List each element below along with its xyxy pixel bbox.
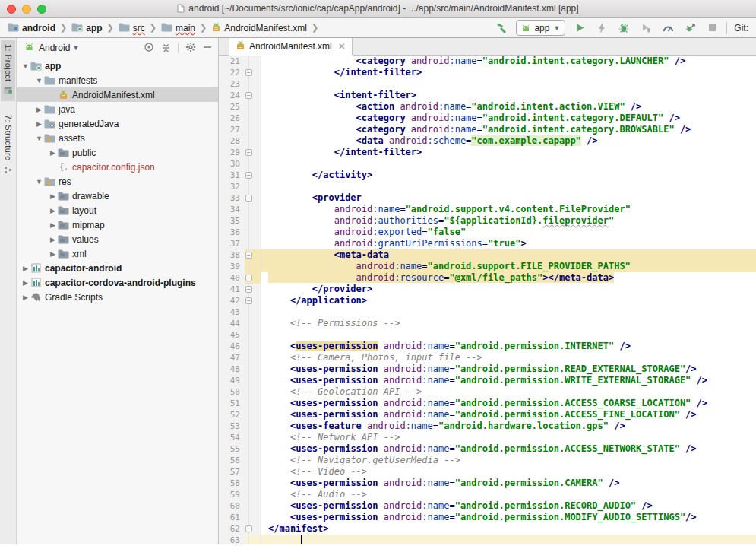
tree-item-manifests[interactable]: ▼manifests [17,73,218,87]
code-editor[interactable]: 21 <category android:name="android.inten… [219,56,756,544]
code-line-text[interactable]: <uses-permission android:name="android.p… [261,398,756,409]
code-line-text[interactable]: android:resource="@xml/file_paths"></met… [261,272,756,284]
code-line-text[interactable]: <uses-permission android:name="android.p… [261,341,756,352]
run-configuration-select[interactable]: app ▼ [516,20,565,36]
tool-window-button-1-project[interactable]: 1: Project [1,40,15,101]
tree-item-java[interactable]: ▶java [17,102,218,116]
code-line-text[interactable]: </intent-filter> [261,67,756,78]
code-line-text[interactable]: <!-- Network API --> [261,432,756,443]
code-line-text[interactable]: <meta-data [261,249,756,261]
tree-right-arrow-icon[interactable]: ▶ [49,250,57,258]
tree-right-arrow-icon[interactable]: ▶ [21,265,30,272]
code-line-text[interactable]: <provider [261,192,756,204]
run-with-coverage-icon[interactable] [638,21,653,36]
tree-item-gradle-scripts[interactable]: ▶Gradle Scripts [17,290,218,304]
code-line-text[interactable]: android:authorities="${applicationId}.fi… [261,215,756,227]
code-line-text[interactable]: </activity> [261,170,756,181]
tree-item-androidmanifest-xml[interactable]: AndroidManifest.xml [17,87,218,102]
code-line-text[interactable]: <category android:name="android.intent.c… [261,124,756,135]
profiler-icon[interactable] [660,21,675,36]
code-line-text[interactable]: <action android:name="android.intent.act… [261,101,756,113]
code-line-text[interactable]: <uses-permission android:name="android.p… [261,478,756,489]
settings-gear-icon[interactable] [185,42,196,55]
code-line-text[interactable]: android:name="android.support.FILE_PROVI… [261,261,756,272]
code-line-text[interactable]: <uses-feature android:name="android.hard… [261,421,756,432]
code-line-text[interactable]: <data android:scheme="com.example.capapp… [261,135,756,147]
code-line-text[interactable]: <!-- Permissions --> [261,318,756,329]
tree-right-arrow-icon[interactable]: ▶ [49,149,57,157]
tree-right-arrow-icon[interactable]: ▶ [35,120,43,128]
tree-item-generatedjava[interactable]: ▶generatedJava [17,116,218,131]
apply-changes-icon[interactable] [594,21,609,36]
code-line-text[interactable]: <category android:name="android.intent.c… [261,56,756,67]
code-line-text[interactable]: <uses-permission android:name="android.p… [261,443,756,455]
tree-item-layout[interactable]: ▶layout [17,203,218,217]
close-tab-icon[interactable]: ✕ [338,41,346,52]
fold-marker-icon[interactable]: − [245,286,252,293]
breadcrumb-androidmanifest-xml[interactable]: AndroidManifest.xml [210,21,308,35]
tree-item-assets[interactable]: ▼assets [17,131,218,145]
code-line-text[interactable]: <category android:name="android.intent.c… [261,113,756,124]
fold-marker-icon[interactable]: − [245,297,252,304]
tree-down-arrow-icon[interactable]: ▼ [35,178,43,186]
tree-right-arrow-icon[interactable]: ▶ [49,236,57,243]
code-line-text[interactable]: <intent-filter> [261,90,756,101]
build-hammer-icon[interactable] [494,21,509,36]
code-line-text[interactable]: android:exported="false" [261,227,756,238]
chevron-down-icon[interactable]: ▼ [72,44,79,52]
tree-item-capacitor-cordova-android-plugins[interactable]: ▶capacitor-cordova-android-plugins [17,275,218,290]
tool-window-button-7-structure[interactable]: 7: Structure [1,110,15,180]
tree-down-arrow-icon[interactable]: ▼ [35,77,43,84]
fold-marker-icon[interactable]: − [245,149,252,156]
tree-item-capacitor-android[interactable]: ▶capacitor-android [17,261,218,275]
tree-right-arrow-icon[interactable]: ▶ [35,106,43,113]
code-line-text[interactable]: </provider> [261,284,756,295]
tab-androidmanifest[interactable]: AndroidManifest.xml ✕ [229,38,353,56]
code-line-text[interactable]: <uses-permission android:name="android.p… [261,375,756,386]
code-line-text[interactable]: </manifest> [261,523,756,535]
tree-right-arrow-icon[interactable]: ▶ [49,221,57,229]
tree-item-res[interactable]: ▼res [17,174,218,189]
tree-down-arrow-icon[interactable]: ▼ [21,62,30,70]
stop-button[interactable] [704,21,720,36]
code-line-text[interactable]: android:grantUriPermissions="true"> [261,238,756,249]
code-line-text[interactable]: <!-- Video --> [261,466,756,478]
tree-right-arrow-icon[interactable]: ▶ [49,192,57,200]
breadcrumb-src[interactable]: src [117,21,147,35]
fold-marker-icon[interactable]: − [245,252,252,259]
code-line-text[interactable]: <uses-permission android:name="android.p… [261,409,756,421]
code-line-text[interactable] [261,78,756,90]
tree-item-mipmap[interactable]: ▶mipmap [17,217,218,232]
tree-right-arrow-icon[interactable]: ▶ [49,207,57,214]
breadcrumb-app[interactable]: app [70,21,103,35]
tree-item-xml[interactable]: ▶xml [17,246,218,261]
code-line-text[interactable]: </application> [261,295,756,306]
code-line-text[interactable]: <!-- Navigator.getUserMedia --> [261,455,756,466]
code-line-text[interactable]: <uses-permission android:name="android.p… [261,363,756,375]
collapse-all-icon[interactable] [161,42,171,55]
tree-item-values[interactable]: ▶values [17,232,218,246]
code-line-text[interactable]: android:name="android.support.v4.content… [261,204,756,215]
minimize-window-button[interactable] [22,5,31,14]
fold-marker-icon[interactable]: − [245,195,252,202]
fold-marker-icon[interactable]: − [245,172,252,179]
fold-marker-icon[interactable]: − [245,92,252,99]
code-line-text[interactable]: <!-- Camera, Photos, input file --> [261,352,756,363]
code-line-text[interactable] [261,158,756,170]
tree-item-app[interactable]: ▼app [17,59,218,73]
breadcrumb-main[interactable]: main [160,21,197,35]
tree-item-capacitor-config-json[interactable]: {..}capacitor.config.json [17,160,218,174]
fold-marker-icon[interactable]: − [245,525,252,532]
code-line-text[interactable]: <uses-permission android:name="android.p… [261,512,756,523]
fold-marker-icon[interactable]: − [245,69,252,76]
code-line-text[interactable] [261,329,756,341]
fold-marker-icon[interactable]: − [245,275,252,281]
tree-right-arrow-icon[interactable]: ▶ [21,294,30,301]
zoom-window-button[interactable] [37,5,46,14]
hide-panel-icon[interactable] [203,43,212,54]
code-line-text[interactable]: <!-- Audio --> [261,489,756,500]
close-window-button[interactable] [7,5,16,14]
code-line-text[interactable] [261,181,756,192]
code-line-text[interactable]: </intent-filter> [261,147,756,158]
run-button[interactable] [572,21,587,36]
